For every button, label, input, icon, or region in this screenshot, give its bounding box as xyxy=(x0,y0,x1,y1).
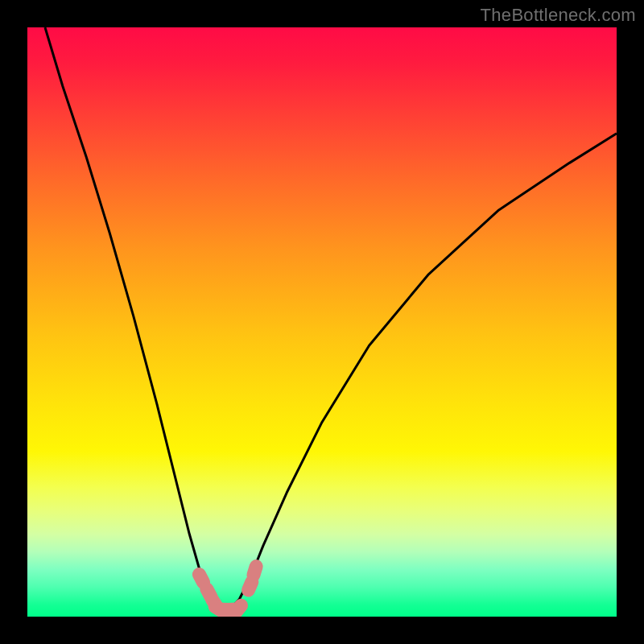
bottleneck-curve-path xyxy=(45,27,617,613)
chart-frame: TheBottleneck.com xyxy=(0,0,644,644)
bottleneck-curve xyxy=(45,27,617,613)
watermark-text: TheBottleneck.com xyxy=(481,5,636,26)
marker-group xyxy=(190,558,265,617)
curve-layer xyxy=(27,27,617,617)
plot-area xyxy=(27,27,617,617)
